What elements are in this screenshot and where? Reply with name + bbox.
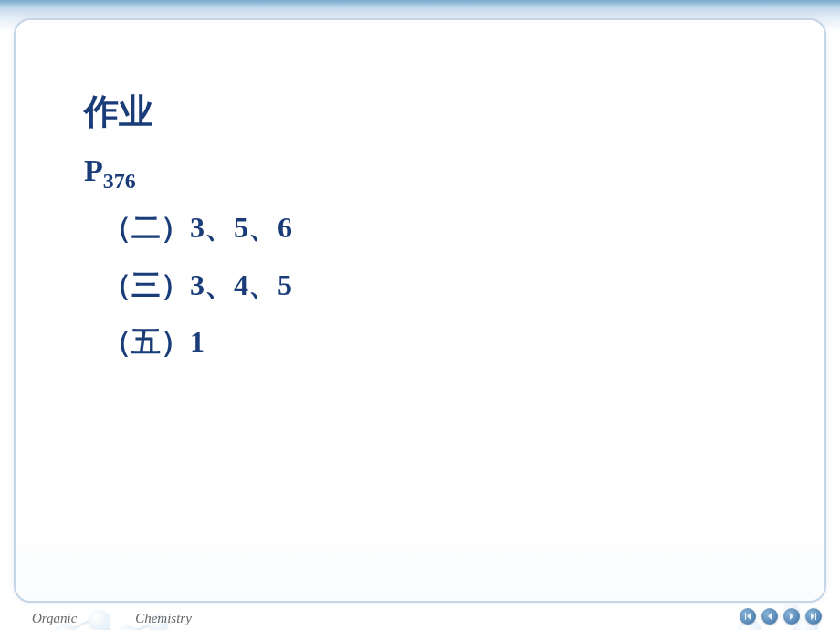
first-slide-button[interactable] <box>740 608 756 625</box>
skip-last-icon <box>809 612 818 621</box>
problem-numbers: 3、5、6 <box>190 211 292 244</box>
assignment-line-1: （二）3、5、6 <box>102 207 779 248</box>
section-label: （二） <box>102 211 190 244</box>
page-letter: P <box>84 153 103 187</box>
homework-title: 作业 <box>84 89 779 135</box>
next-slide-button[interactable] <box>783 608 800 625</box>
slide-frame: 作业 P376 （二）3、5、6 （三）3、4、5 （五）1 <box>14 18 826 603</box>
molecule-decoration <box>16 509 824 601</box>
slide-content: 作业 P376 （二）3、5、6 （三）3、4、5 （五）1 <box>84 89 779 379</box>
footer-organic: Organic <box>32 611 77 625</box>
assignment-line-3: （五）1 <box>102 321 779 362</box>
nav-buttons <box>740 608 822 625</box>
page-reference: P376 <box>84 153 779 194</box>
next-icon <box>787 612 796 621</box>
prev-icon <box>765 612 774 621</box>
window-title-bar <box>0 0 840 7</box>
footer-text: Organic Chemistry <box>32 611 192 626</box>
footer-chemistry: Chemistry <box>135 611 192 625</box>
skip-first-icon <box>743 612 752 621</box>
prev-slide-button[interactable] <box>761 608 778 625</box>
section-label: （三） <box>102 268 190 301</box>
page-number: 376 <box>103 169 136 193</box>
problem-numbers: 3、4、5 <box>190 268 292 301</box>
problem-numbers: 1 <box>190 325 205 358</box>
section-label: （五） <box>102 325 190 358</box>
last-slide-button[interactable] <box>805 608 822 625</box>
assignment-line-2: （三）3、4、5 <box>102 265 779 306</box>
